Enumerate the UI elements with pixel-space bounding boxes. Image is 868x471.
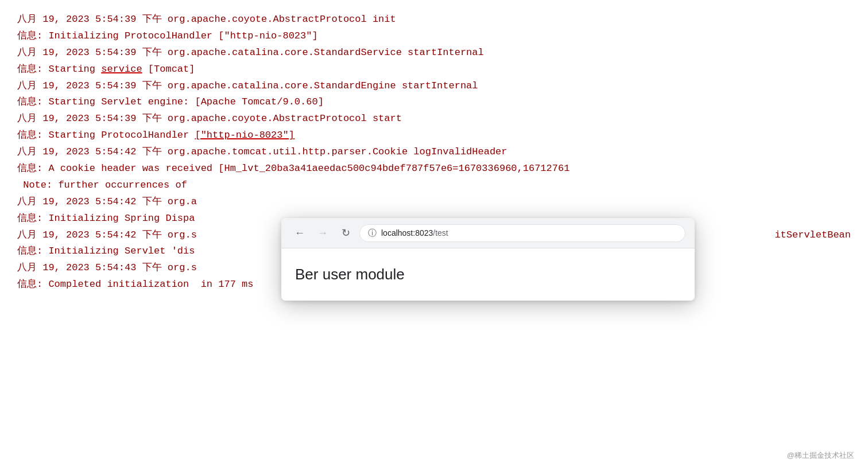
url-path: /test [433, 228, 448, 238]
log-line: 八月 19, 2023 5:54:39 下午 org.apache.catali… [17, 45, 851, 61]
log-line: 信息: Starting Servlet engine: [Apache Tom… [17, 94, 851, 111]
watermark: @稀土掘金技术社区 [787, 450, 854, 461]
info-icon: ⓘ [368, 228, 377, 239]
log-line: 八月 19, 2023 5:54:39 下午 org.apache.coyote… [17, 111, 851, 127]
address-bar[interactable]: ⓘ localhost:8023/test [359, 224, 685, 242]
log-line-underline: 信息: Starting ProtocolHandler ["http-nio-… [17, 127, 851, 144]
highlight-protocol: ["http-nio-8023"] [195, 130, 294, 141]
log-line: 八月 19, 2023 5:54:39 下午 org.apache.coyote… [17, 11, 851, 28]
refresh-button[interactable]: ↻ [336, 224, 355, 242]
log-line: 八月 19, 2023 5:54:42 下午 org.apache.tomcat… [17, 144, 851, 161]
log-line: 八月 19, 2023 5:54:42 下午 org.a [17, 194, 851, 211]
page-content: Ber user module [295, 266, 405, 283]
highlight-service: service [101, 64, 142, 75]
browser-toolbar: ← → ↻ ⓘ localhost:8023/test [281, 218, 695, 248]
back-button[interactable]: ← [290, 224, 309, 242]
address-text: localhost:8023/test [381, 228, 677, 238]
log-line: 信息: Starting service [Tomcat] [17, 61, 851, 78]
browser-popup: ← → ↻ ⓘ localhost:8023/test Ber user mod… [281, 218, 695, 301]
browser-content: Ber user module [281, 248, 695, 301]
url-host: localhost:8023 [381, 228, 433, 238]
log-line: 八月 19, 2023 5:54:39 下午 org.apache.catali… [17, 78, 851, 95]
forward-button[interactable]: → [313, 224, 332, 242]
log-line: Note: further occurrences of [17, 177, 851, 194]
log-line: 信息: A cookie header was received [Hm_lvt… [17, 161, 851, 177]
log-line: 信息: Initializing ProtocolHandler ["http-… [17, 28, 851, 45]
